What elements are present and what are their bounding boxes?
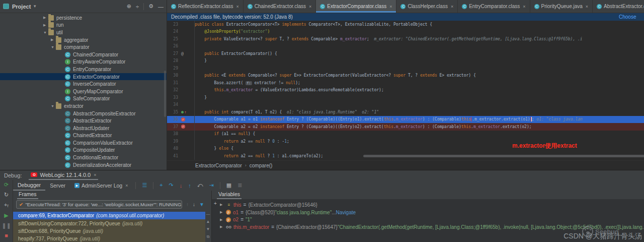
expand-arrow-icon[interactable]: ▶ <box>43 16 48 20</box>
gutter[interactable]: ✓ <box>178 116 195 124</box>
collapse-all-icon[interactable]: ÷ <box>136 4 139 10</box>
tab-PriorityQueue.java[interactable]: CPriorityQueue.java× <box>530 0 593 13</box>
expand-arrow-icon[interactable]: ▶ <box>220 210 226 214</box>
frame-row[interactable]: compare:69, ExtractorComparator(com.tang… <box>13 212 205 219</box>
code-text[interactable]: private ValueExtractor<? super T, ? exte… <box>195 37 644 41</box>
gutter[interactable] <box>178 21 195 28</box>
navigate-link[interactable]: Navigate <box>336 210 356 215</box>
tab-frames[interactable]: Frames <box>13 191 211 199</box>
rerun-button[interactable]: ⟳ <box>4 182 9 192</box>
gutter[interactable] <box>178 138 195 145</box>
expand-arrow-icon[interactable]: ▶ <box>220 203 226 207</box>
gutter[interactable] <box>178 152 195 160</box>
minimize-icon[interactable]: — <box>206 212 210 219</box>
tree-item-QueryMapComparator[interactable]: IQueryMapComparator <box>0 88 167 95</box>
tab-variables[interactable]: Variables <box>212 191 644 199</box>
tree-item-ChainedComparator[interactable]: CChainedComparator <box>0 51 167 58</box>
breakpoint-icon[interactable]: ✓ <box>181 117 185 122</box>
layout-settings-icon[interactable]: ≣ <box>237 182 242 189</box>
scroll-up-icon[interactable]: ▲ <box>206 219 210 227</box>
gutter[interactable] <box>178 131 195 138</box>
expand-arrow-icon[interactable]: ▼ <box>51 45 56 49</box>
chevron-down-icon[interactable]: ▼ <box>33 4 37 9</box>
frame-row[interactable]: heapify:737, PriorityQueue(java.util) <box>13 235 205 242</box>
resume-button[interactable]: ▶ <box>4 212 8 222</box>
tree-item-persistence[interactable]: ▶persistence <box>0 14 167 22</box>
project-scrollbar[interactable] <box>164 71 166 117</box>
tree-item-ChainedExtractor[interactable]: CChainedExtractor <box>0 132 167 140</box>
gutter[interactable] <box>178 79 195 87</box>
gutter[interactable] <box>178 94 195 101</box>
close-icon[interactable]: × <box>309 4 311 9</box>
variable-row[interactable]: ▶≡this={ExtractorComparator@15646} <box>220 201 644 209</box>
tab-ReflectionExtractor.class[interactable]: CReflectionExtractor.class× <box>167 0 244 13</box>
restart-icon[interactable]: ↻ <box>4 192 9 202</box>
tab-ChainedExtractor.class[interactable]: CChainedExtractor.class× <box>244 0 316 13</box>
stop-button[interactable]: ■ <box>5 232 8 242</box>
close-icon[interactable]: × <box>125 183 128 188</box>
variable-row[interactable]: ▶po1={Class@520} "class java.lang.Runtim… <box>220 209 644 216</box>
tree-item-comparator[interactable]: ▼comparator <box>0 43 167 51</box>
frame-row[interactable]: siftDownUsingComparator:722, PriorityQue… <box>13 219 205 227</box>
code-text[interactable]: @JsonbProperty("extractor") <box>195 29 644 34</box>
tree-item-ExtractorComparator[interactable]: CExtractorComparator <box>0 73 167 81</box>
gutter[interactable]: @ <box>178 50 195 57</box>
code-text[interactable]: Comparable a2 = o2 instanceof Entry ? (C… <box>195 125 644 129</box>
tree-item-util[interactable]: ▼util <box>0 29 167 36</box>
tree-item-AbstractExtractor[interactable]: CAbstractExtractor <box>0 117 167 125</box>
code-text[interactable]: if (a1 == null) { <box>195 132 644 136</box>
pause-button[interactable]: ❚❚ <box>2 222 11 232</box>
breakpoint-icon[interactable]: ✓ <box>181 125 185 129</box>
gutter[interactable] <box>178 35 195 43</box>
expand-arrow-icon[interactable]: ▶ <box>220 218 226 222</box>
gutter[interactable]: ↑ <box>178 108 195 116</box>
code-text[interactable]: public int compare(T o1, T o2) { o1: "cl… <box>195 110 644 114</box>
thread-selector[interactable]: ✔ "ExecuteThread: '3' for queue: 'we...:… <box>16 200 182 209</box>
expand-arrow-icon[interactable]: ▼ <box>43 31 48 34</box>
close-icon[interactable]: × <box>389 4 392 9</box>
tree-item-CompositeUpdater[interactable]: CCompositeUpdater <box>0 147 167 154</box>
tree-item-aggregator[interactable]: ▶aggregator <box>0 36 167 44</box>
step-over-icon[interactable]: ↷ <box>169 182 174 189</box>
code-editor[interactable]: 23public class ExtractorComparator<T> im… <box>167 21 644 160</box>
code-text[interactable]: Comparable a1 = o1 instanceof Entry ? (C… <box>195 117 644 122</box>
gutter[interactable] <box>178 57 195 65</box>
close-icon[interactable]: × <box>236 4 239 9</box>
code-text[interactable]: } <box>195 58 644 63</box>
tree-item-AbstractCompositeExtractor[interactable]: CAbstractCompositeExtractor <box>0 110 167 117</box>
tree-item-run[interactable]: ▶run <box>0 22 167 29</box>
tab-EntryComparator.class[interactable]: CEntryComparator.class× <box>458 0 530 13</box>
tree-item-DeserializationAccelerator[interactable]: CDeserializationAccelerator <box>0 161 167 169</box>
tab-server[interactable]: Server <box>45 180 70 191</box>
tab-ClassHelper.class[interactable]: CClassHelper.class× <box>396 0 458 13</box>
tab-debugger[interactable]: Debugger <box>13 180 45 191</box>
filter-icon[interactable]: ▼ <box>199 202 204 207</box>
gutter[interactable] <box>178 28 195 36</box>
debug-session-tab[interactable]: O WebLogic 12.1.4.0.0 × <box>29 170 98 180</box>
add-watch-icon[interactable]: + <box>214 201 217 209</box>
step-out-icon[interactable]: ↑ <box>188 183 191 189</box>
frame-down-icon[interactable]: ↓ <box>193 202 195 207</box>
tree-item-ConditionalExtractor[interactable]: CConditionalExtractor <box>0 154 167 161</box>
step-into-icon[interactable]: ↓ <box>180 183 183 189</box>
gutter[interactable] <box>178 101 195 109</box>
tab-AbstractExtractor.class[interactable]: CAbstractExtractor.class× <box>593 0 644 13</box>
gear-icon[interactable]: ⚙ <box>148 3 153 10</box>
tree-item-EntryComparator[interactable]: CEntryComparator <box>0 66 167 73</box>
add-watch-button[interactable]: +ᵣ <box>4 202 9 212</box>
drop-frame-icon[interactable]: ⤺ <box>197 182 203 189</box>
choose-sources-link[interactable]: Choose Sources… <box>619 13 644 21</box>
gutter[interactable] <box>178 43 195 50</box>
code-text[interactable]: } <box>195 95 644 100</box>
copy-stack-icon[interactable]: ⧉ <box>207 234 210 242</box>
code-text[interactable]: this.m_extractor = (ValueExtractor)Lambd… <box>195 88 644 92</box>
locate-icon[interactable]: ⊕ <box>127 3 131 10</box>
tree-item-AbstractUpdater[interactable]: CAbstractUpdater <box>0 125 167 132</box>
scroll-down-icon[interactable]: ▼ <box>206 227 210 234</box>
gutter[interactable] <box>178 65 195 72</box>
tree-item-ComparisonValueExtractor[interactable]: CComparisonValueExtractor <box>0 139 167 147</box>
project-title[interactable]: Project <box>12 4 31 10</box>
tree-item-extractor[interactable]: ▼extractor <box>0 102 167 110</box>
tab-adminserver-log[interactable]: ▶AdminServer Log× <box>70 180 132 191</box>
close-icon[interactable]: × <box>94 172 96 177</box>
